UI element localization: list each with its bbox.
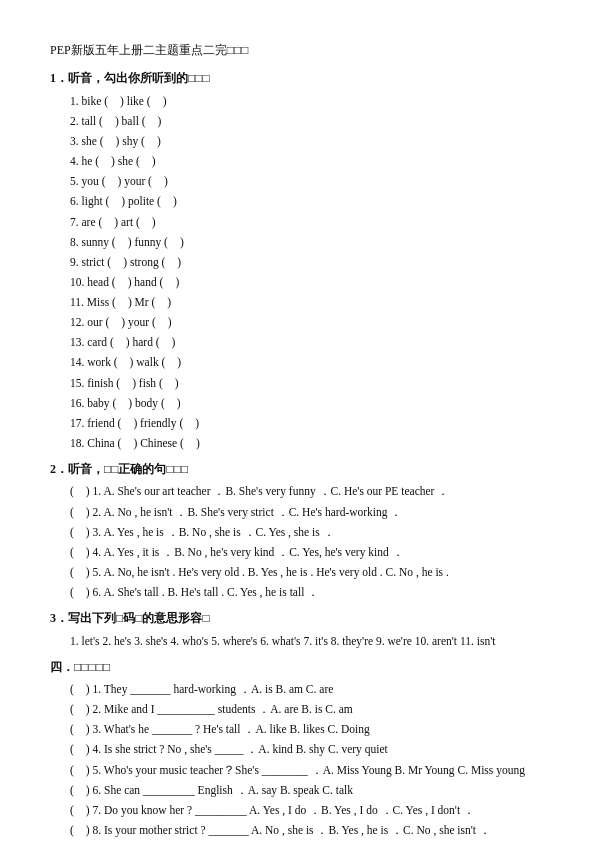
list-item: ( ) 2. Mike and I __________ students ．A… xyxy=(68,699,545,719)
list-item: 17. friend ( ) friendly ( ) xyxy=(68,413,545,433)
section-1-label: 1．听音，勾出你所听到的□□□ xyxy=(50,68,545,88)
section-1: 1．听音，勾出你所听到的□□□ 1. bike ( ) like ( ) 2. … xyxy=(50,68,545,453)
section-2: 2．听音，□□正确的句□□□ ( ) 1. A. She's our art t… xyxy=(50,459,545,602)
list-item: ( ) 7. Do you know her ? _________ A. Ye… xyxy=(68,800,545,820)
section-4-label: 四．□□□□□ xyxy=(50,657,545,677)
list-item: 4. he ( ) she ( ) xyxy=(68,151,545,171)
list-item: 14. work ( ) walk ( ) xyxy=(68,352,545,372)
list-item: ( ) 4. A. Yes , it is ．B. No , he's very… xyxy=(68,542,545,562)
list-item: 16. baby ( ) body ( ) xyxy=(68,393,545,413)
section-2-items: ( ) 1. A. She's our art teacher ．B. She'… xyxy=(50,481,545,602)
section-3: 3．写出下列□码□的意思形容□ 1. let's 2. he's 3. she'… xyxy=(50,608,545,651)
list-item: ( ) 5. A. No, he isn't . He's very old .… xyxy=(68,562,545,582)
list-item: 7. are ( ) art ( ) xyxy=(68,212,545,232)
section-3-items: 1. let's 2. he's 3. she's 4. who's 5. wh… xyxy=(50,631,545,651)
section-3-label: 3．写出下列□码□的意思形容□ xyxy=(50,608,545,628)
section-1-items: 1. bike ( ) like ( ) 2. tall ( ) ball ( … xyxy=(50,91,545,453)
list-item: ( ) 8. Is your mother strict ? _______ A… xyxy=(68,820,545,840)
list-item: ( ) 2. A. No , he isn't ．B. She's very s… xyxy=(68,502,545,522)
list-item: ( ) 5. Who's your music teacher？She's __… xyxy=(68,760,545,800)
list-item: ( ) 3. What's he _______ ? He's tall ．A.… xyxy=(68,719,545,739)
list-item: 1. bike ( ) like ( ) xyxy=(68,91,545,111)
section-4: 四．□□□□□ ( ) 1. They _______ hard-working… xyxy=(50,657,545,842)
list-item: 2. tall ( ) ball ( ) xyxy=(68,111,545,131)
list-item: 9. strict ( ) strong ( ) xyxy=(68,252,545,272)
list-item: ( ) 4. Is she strict ? No , she's _____ … xyxy=(68,739,545,759)
page-container: PEP新版五年上册二主题重点二完□□□ 1．听音，勾出你所听到的□□□ 1. b… xyxy=(50,40,545,842)
list-item: 12. our ( ) your ( ) xyxy=(68,312,545,332)
list-item: ( ) 3. A. Yes , he is ．B. No , she is ．C… xyxy=(68,522,545,542)
list-item: 18. China ( ) Chinese ( ) xyxy=(68,433,545,453)
list-item: ( ) 1. A. She's our art teacher ．B. She'… xyxy=(68,481,545,501)
page-title: PEP新版五年上册二主题重点二完□□□ xyxy=(50,40,545,60)
section-2-label: 2．听音，□□正确的句□□□ xyxy=(50,459,545,479)
list-item: ( ) 6. A. She's tall . B. He's tall . C.… xyxy=(68,582,545,602)
list-item: 1. let's 2. he's 3. she's 4. who's 5. wh… xyxy=(68,631,545,651)
list-item: 6. light ( ) polite ( ) xyxy=(68,191,545,211)
list-item: 11. Miss ( ) Mr ( ) xyxy=(68,292,545,312)
list-item: ( ) 1. They _______ hard-working ．A. is … xyxy=(68,679,545,699)
list-item: 15. finish ( ) fish ( ) xyxy=(68,373,545,393)
list-item: 5. you ( ) your ( ) xyxy=(68,171,545,191)
section-4-items: ( ) 1. They _______ hard-working ．A. is … xyxy=(50,679,545,842)
list-item: 13. card ( ) hard ( ) xyxy=(68,332,545,352)
list-item: 10. head ( ) hand ( ) xyxy=(68,272,545,292)
list-item: 8. sunny ( ) funny ( ) xyxy=(68,232,545,252)
list-item: 3. she ( ) shy ( ) xyxy=(68,131,545,151)
